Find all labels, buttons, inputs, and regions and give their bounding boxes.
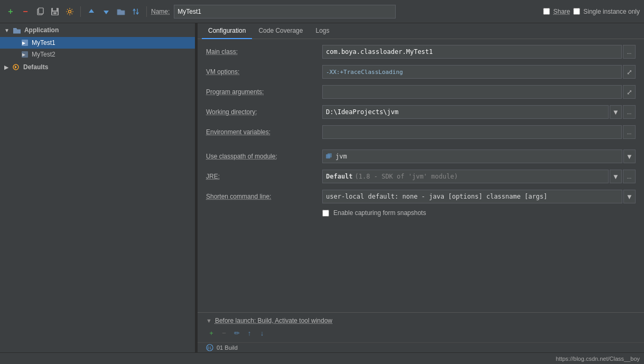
jre-select-display[interactable]: Default (1.8 - SDK of 'jvm' module) [322, 170, 609, 183]
share-checkbox[interactable] [543, 8, 550, 15]
defaults-icon [12, 63, 20, 71]
before-launch-header: ▼ Before launch: Build, Activate tool wi… [206, 317, 636, 324]
shorten-cmd-select-display[interactable]: user-local default: none - java [options… [322, 190, 622, 203]
working-dir-dots-btn[interactable]: ... [623, 105, 636, 119]
env-vars-row: Environment variables: ... [206, 125, 636, 139]
mytest2-icon: ▶ [21, 51, 29, 58]
sidebar-item-mytest2[interactable]: ▶ MyTest2 [0, 49, 195, 60]
main-content: ▼ Application ▶ MyTest1 ▶ MyTest2 ▶ [0, 23, 644, 352]
folder-button[interactable] [115, 5, 127, 18]
sidebar-group-defaults[interactable]: ▶ Defaults [0, 60, 195, 74]
single-instance-label: Single instance only [583, 8, 640, 15]
program-args-input-wrapper: ⤢ [322, 85, 636, 99]
tab-code-coverage[interactable]: Code Coverage [252, 23, 309, 39]
down-button[interactable] [100, 5, 113, 18]
working-dir-input[interactable] [322, 105, 609, 119]
save-button[interactable] [49, 5, 61, 18]
before-launch-edit-btn[interactable]: ✏ [231, 328, 242, 338]
expand-arrow: ▼ [4, 27, 10, 33]
vm-options-input[interactable] [322, 65, 622, 79]
form-area: Main class: ... VM options: ⤢ Program ar… [198, 39, 644, 312]
vm-options-expand-btn[interactable]: ⤢ [623, 65, 636, 79]
share-label: Share [553, 8, 570, 15]
svg-rect-13 [328, 153, 332, 157]
name-label: Name: [151, 8, 170, 15]
separator1 [80, 6, 81, 17]
svg-point-6 [69, 10, 71, 13]
program-args-input[interactable] [322, 85, 622, 99]
classpath-input-wrapper: jvm ▼ [322, 150, 636, 163]
tab-configuration[interactable]: Configuration [202, 23, 252, 39]
sort-button[interactable] [129, 5, 142, 18]
sidebar-item-mytest1[interactable]: ▶ MyTest1 [0, 37, 195, 49]
env-vars-dots-btn[interactable]: ... [623, 125, 636, 139]
shorten-cmd-input-wrapper: user-local default: none - java [options… [322, 190, 636, 203]
sidebar-group-application[interactable]: ▼ Application [0, 23, 195, 37]
shorten-cmd-label: Shorten command line: [206, 193, 322, 200]
defaults-expand-arrow: ▶ [4, 64, 8, 70]
single-instance-checkbox[interactable] [573, 8, 580, 15]
env-vars-input-wrapper: ... [322, 125, 636, 139]
jre-row: JRE: Default (1.8 - SDK of 'jvm' module)… [206, 169, 636, 184]
main-class-row: Main class: ... [206, 44, 636, 59]
svg-rect-1 [39, 8, 43, 14]
before-launch-remove-btn[interactable]: − [219, 328, 229, 338]
before-launch-tools: + − ✏ ↑ ↓ [206, 328, 636, 338]
before-launch-up-btn[interactable]: ↑ [244, 328, 255, 338]
vm-options-label: VM options: [206, 68, 322, 76]
working-dir-input-wrapper: ▼ ... [322, 105, 636, 119]
share-section: Share Single instance only [543, 8, 640, 15]
classpath-value: jvm [335, 153, 347, 160]
sidebar-label-mytest1: MyTest1 [32, 39, 55, 46]
classpath-label: Use classpath of module: [206, 153, 322, 160]
up-button[interactable] [85, 5, 98, 18]
copy-button[interactable] [34, 5, 46, 18]
program-args-label: Program arguments: [206, 88, 322, 96]
before-launch-section: ▼ Before launch: Build, Activate tool wi… [198, 312, 644, 342]
program-args-expand-btn[interactable]: ⤢ [623, 85, 636, 99]
main-class-input-wrapper: ... [322, 45, 636, 59]
jre-dropdown-btn[interactable]: ▼ [610, 170, 622, 183]
working-dir-label: Working directory: [206, 108, 322, 116]
jre-dots-btn[interactable]: ... [623, 170, 636, 183]
main-class-input[interactable] [322, 45, 622, 59]
vm-options-row: VM options: ⤢ [206, 64, 636, 79]
before-launch-title: Before launch: Build, Activate tool wind… [215, 317, 332, 324]
shorten-cmd-dropdown-btn[interactable]: ▼ [623, 190, 636, 203]
jre-default: Default [326, 173, 353, 180]
right-panel: Configuration Code Coverage Logs Main cl… [198, 23, 644, 352]
build-item-label: 01 Build [217, 344, 238, 351]
enable-capture-checkbox[interactable] [322, 210, 329, 217]
classpath-select-display[interactable]: jvm [322, 150, 622, 163]
before-launch-title-text: Before launch: Build, Activate tool wind… [215, 317, 332, 324]
working-dir-row: Working directory: ▼ ... [206, 105, 636, 119]
svg-rect-5 [53, 12, 57, 14]
main-class-dots-btn[interactable]: ... [623, 45, 636, 59]
add-button[interactable]: + [4, 5, 17, 18]
build-item-row: 01 01 Build [198, 342, 644, 352]
svg-rect-3 [53, 8, 57, 11]
enable-capture-row: Enable capturing form snapshots [322, 209, 636, 217]
remove-button[interactable]: − [19, 5, 32, 18]
before-launch-down-btn[interactable]: ↓ [257, 328, 267, 338]
jre-extra: (1.8 - SDK of 'jvm' module) [355, 173, 458, 180]
before-launch-add-btn[interactable]: + [206, 328, 217, 338]
shorten-cmd-value: user-local default: none - java [options… [326, 193, 547, 200]
svg-text:01: 01 [208, 346, 212, 350]
application-folder-icon [13, 26, 21, 34]
jre-input-wrapper: Default (1.8 - SDK of 'jvm' module) ▼ ..… [322, 170, 636, 183]
env-vars-input[interactable] [322, 125, 622, 139]
toolbar: + − [0, 0, 644, 23]
env-vars-label: Environment variables: [206, 128, 322, 136]
svg-text:▶: ▶ [22, 52, 26, 57]
name-section: Name: Share Single instance only [151, 5, 640, 18]
sidebar-label-mytest2: MyTest2 [32, 51, 55, 58]
shorten-cmd-row: Shorten command line: user-local default… [206, 189, 636, 204]
classpath-dropdown-btn[interactable]: ▼ [623, 150, 636, 163]
tab-logs[interactable]: Logs [309, 23, 335, 39]
program-args-row: Program arguments: ⤢ [206, 85, 636, 99]
working-dir-dropdown-btn[interactable]: ▼ [610, 105, 622, 119]
settings-button[interactable] [63, 5, 76, 18]
enable-capture-label: Enable capturing form snapshots [333, 209, 426, 217]
name-input[interactable] [174, 5, 396, 18]
